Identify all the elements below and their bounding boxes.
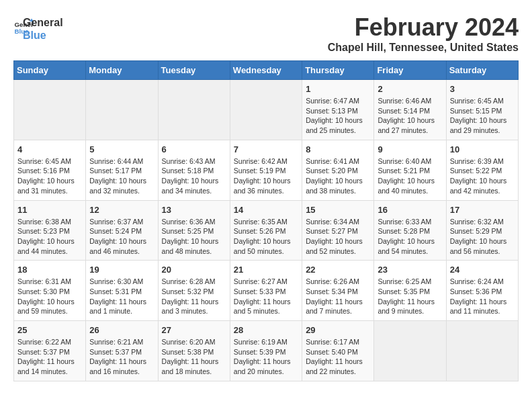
day-number: 12 [89,205,154,215]
calendar-cell: 2Sunrise: 6:46 AMSunset: 5:14 PMDaylight… [374,80,446,140]
day-info: Sunrise: 6:38 AMSunset: 5:23 PMDaylight:… [17,217,82,257]
day-number: 21 [234,265,298,275]
week-row-3: 11Sunrise: 6:38 AMSunset: 5:23 PMDayligh… [14,200,519,261]
day-info: Sunrise: 6:35 AMSunset: 5:26 PMDaylight:… [234,217,298,257]
day-info: Sunrise: 6:30 AMSunset: 5:31 PMDaylight:… [89,277,154,316]
day-number: 25 [17,325,82,335]
day-info: Sunrise: 6:26 AMSunset: 5:34 PMDaylight:… [306,277,370,316]
day-number: 18 [17,265,82,275]
calendar-cell: 8Sunrise: 6:41 AMSunset: 5:20 PMDaylight… [302,140,374,200]
day-number: 20 [162,265,226,275]
day-number: 26 [89,325,154,335]
calendar-table: SundayMondayTuesdayWednesdayThursdayFrid… [13,60,519,381]
calendar-cell: 1Sunrise: 6:47 AMSunset: 5:13 PMDaylight… [302,80,374,140]
calendar-cell: 21Sunrise: 6:27 AMSunset: 5:33 PMDayligh… [230,261,302,321]
day-info: Sunrise: 6:36 AMSunset: 5:25 PMDaylight:… [162,217,226,257]
calendar-cell [14,80,86,140]
day-number: 22 [306,265,370,275]
day-number: 7 [234,144,298,154]
title-area: February 2024 Chapel Hill, Tennessee, Un… [328,13,519,54]
calendar-cell [446,321,518,381]
weekday-header-friday: Friday [374,61,446,80]
day-info: Sunrise: 6:32 AMSunset: 5:29 PMDaylight:… [450,217,515,257]
day-info: Sunrise: 6:25 AMSunset: 5:35 PMDaylight:… [378,277,442,316]
calendar-cell: 3Sunrise: 6:45 AMSunset: 5:15 PMDaylight… [446,80,518,140]
calendar-cell: 11Sunrise: 6:38 AMSunset: 5:23 PMDayligh… [14,200,86,261]
day-number: 16 [378,205,442,215]
calendar-cell: 19Sunrise: 6:30 AMSunset: 5:31 PMDayligh… [86,261,158,321]
week-row-1: 1Sunrise: 6:47 AMSunset: 5:13 PMDaylight… [14,80,519,140]
calendar-cell [86,80,158,140]
week-row-2: 4Sunrise: 6:45 AMSunset: 5:16 PMDaylight… [14,140,519,200]
day-info: Sunrise: 6:21 AMSunset: 5:37 PMDaylight:… [89,337,154,377]
header: General Blue General Blue February 2024 … [13,13,519,54]
day-info: Sunrise: 6:22 AMSunset: 5:37 PMDaylight:… [17,337,82,377]
calendar-cell: 5Sunrise: 6:44 AMSunset: 5:17 PMDaylight… [86,140,158,200]
weekday-header-wednesday: Wednesday [230,61,302,80]
calendar-cell: 4Sunrise: 6:45 AMSunset: 5:16 PMDaylight… [14,140,86,200]
day-info: Sunrise: 6:40 AMSunset: 5:21 PMDaylight:… [378,156,442,196]
weekday-header-row: SundayMondayTuesdayWednesdayThursdayFrid… [14,61,519,80]
day-info: Sunrise: 6:45 AMSunset: 5:16 PMDaylight:… [17,156,82,196]
day-info: Sunrise: 6:20 AMSunset: 5:38 PMDaylight:… [162,337,226,377]
calendar-subtitle: Chapel Hill, Tennessee, United States [328,42,519,54]
calendar-cell: 20Sunrise: 6:28 AMSunset: 5:32 PMDayligh… [158,261,230,321]
calendar-cell: 9Sunrise: 6:40 AMSunset: 5:21 PMDaylight… [374,140,446,200]
day-info: Sunrise: 6:34 AMSunset: 5:27 PMDaylight:… [306,217,370,257]
day-info: Sunrise: 6:47 AMSunset: 5:13 PMDaylight:… [306,96,370,136]
calendar-cell: 27Sunrise: 6:20 AMSunset: 5:38 PMDayligh… [158,321,230,381]
calendar-cell [374,321,446,381]
logo-general: General [23,16,63,29]
weekday-header-thursday: Thursday [302,61,374,80]
day-number: 3 [450,84,515,94]
weekday-header-tuesday: Tuesday [158,61,230,80]
day-number: 14 [234,205,298,215]
day-info: Sunrise: 6:39 AMSunset: 5:22 PMDaylight:… [450,156,515,196]
calendar-cell: 16Sunrise: 6:33 AMSunset: 5:28 PMDayligh… [374,200,446,261]
day-number: 24 [450,265,515,275]
day-info: Sunrise: 6:42 AMSunset: 5:19 PMDaylight:… [234,156,298,196]
day-info: Sunrise: 6:24 AMSunset: 5:36 PMDaylight:… [450,277,515,316]
calendar-cell: 25Sunrise: 6:22 AMSunset: 5:37 PMDayligh… [14,321,86,381]
day-number: 19 [89,265,154,275]
calendar-cell: 28Sunrise: 6:19 AMSunset: 5:39 PMDayligh… [230,321,302,381]
logo-blue: Blue [23,29,63,42]
weekday-header-sunday: Sunday [14,61,86,80]
calendar-cell [230,80,302,140]
logo: General Blue General Blue [13,13,63,42]
day-number: 9 [378,144,442,154]
calendar-cell: 23Sunrise: 6:25 AMSunset: 5:35 PMDayligh… [374,261,446,321]
day-number: 1 [306,84,370,94]
week-row-5: 25Sunrise: 6:22 AMSunset: 5:37 PMDayligh… [14,321,519,381]
calendar-cell: 22Sunrise: 6:26 AMSunset: 5:34 PMDayligh… [302,261,374,321]
day-number: 4 [17,144,82,154]
day-number: 27 [162,325,226,335]
week-row-4: 18Sunrise: 6:31 AMSunset: 5:30 PMDayligh… [14,261,519,321]
calendar-cell: 29Sunrise: 6:17 AMSunset: 5:40 PMDayligh… [302,321,374,381]
weekday-header-monday: Monday [86,61,158,80]
day-info: Sunrise: 6:43 AMSunset: 5:18 PMDaylight:… [162,156,226,196]
day-info: Sunrise: 6:37 AMSunset: 5:24 PMDaylight:… [89,217,154,257]
day-number: 29 [306,325,370,335]
calendar-cell [158,80,230,140]
day-info: Sunrise: 6:27 AMSunset: 5:33 PMDaylight:… [234,277,298,316]
calendar-cell: 13Sunrise: 6:36 AMSunset: 5:25 PMDayligh… [158,200,230,261]
day-info: Sunrise: 6:45 AMSunset: 5:15 PMDaylight:… [450,96,515,136]
day-number: 5 [89,144,154,154]
day-info: Sunrise: 6:46 AMSunset: 5:14 PMDaylight:… [378,96,442,136]
day-info: Sunrise: 6:17 AMSunset: 5:40 PMDaylight:… [306,337,370,377]
calendar-title: February 2024 [328,13,519,42]
day-info: Sunrise: 6:44 AMSunset: 5:17 PMDaylight:… [89,156,154,196]
day-number: 11 [17,205,82,215]
day-info: Sunrise: 6:19 AMSunset: 5:39 PMDaylight:… [234,337,298,377]
day-info: Sunrise: 6:28 AMSunset: 5:32 PMDaylight:… [162,277,226,316]
calendar-cell: 10Sunrise: 6:39 AMSunset: 5:22 PMDayligh… [446,140,518,200]
day-number: 13 [162,205,226,215]
day-number: 23 [378,265,442,275]
day-info: Sunrise: 6:31 AMSunset: 5:30 PMDaylight:… [17,277,82,316]
calendar-cell: 18Sunrise: 6:31 AMSunset: 5:30 PMDayligh… [14,261,86,321]
calendar-cell: 12Sunrise: 6:37 AMSunset: 5:24 PMDayligh… [86,200,158,261]
day-number: 15 [306,205,370,215]
day-number: 17 [450,205,515,215]
calendar-cell: 24Sunrise: 6:24 AMSunset: 5:36 PMDayligh… [446,261,518,321]
